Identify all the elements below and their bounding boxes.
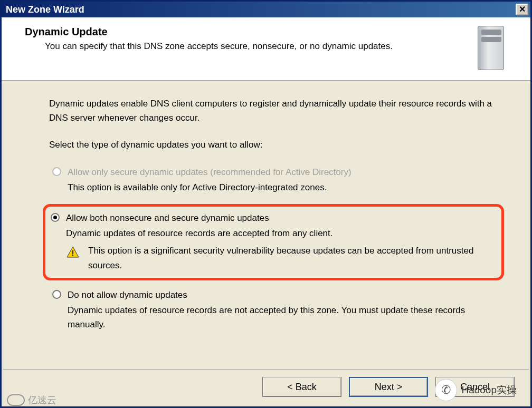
back-button[interactable]: < Back xyxy=(262,377,341,397)
wizard-header: Dynamic Update You can specify that this… xyxy=(2,17,530,81)
divider xyxy=(3,369,529,370)
header-subtitle: You can specify that this DNS zone accep… xyxy=(45,40,462,53)
titlebar: New Zone Wizard ✕ xyxy=(2,2,530,17)
warning-icon: ! xyxy=(66,246,80,258)
warning-text: This option is a significant security vu… xyxy=(88,244,496,272)
back-button-label: < Back xyxy=(287,382,317,393)
option-none[interactable]: Do not allow dynamic updates Dynamic upd… xyxy=(52,288,499,332)
options-group: Allow only secure dynamic updates (recom… xyxy=(49,165,499,332)
radio-none[interactable] xyxy=(52,290,61,299)
svg-text:!: ! xyxy=(72,249,74,257)
option-label: Allow only secure dynamic updates (recom… xyxy=(68,165,352,179)
option-both[interactable]: Allow both nonsecure and secure dynamic … xyxy=(51,211,496,273)
option-label: Do not allow dynamic updates xyxy=(68,288,187,302)
highlight-box: Allow both nonsecure and secure dynamic … xyxy=(43,204,504,280)
option-label: Allow both nonsecure and secure dynamic … xyxy=(66,211,269,225)
server-icon xyxy=(472,26,509,73)
cancel-button-label: Cancel xyxy=(460,382,490,393)
close-button[interactable]: ✕ xyxy=(516,4,528,15)
header-title: Dynamic Update xyxy=(25,26,462,38)
option-description: Dynamic updates of resource records are … xyxy=(66,226,496,240)
button-row: < Back Next > Cancel xyxy=(262,377,515,397)
next-button-label: Next > xyxy=(375,382,403,393)
wizard-body: Dynamic updates enable DNS client comput… xyxy=(2,81,530,346)
watermark-left-text: 亿速云 xyxy=(28,394,56,406)
close-icon: ✕ xyxy=(519,5,526,14)
warning-line: ! This option is a significant security … xyxy=(66,244,496,272)
option-description: Dynamic updates of resource records are … xyxy=(68,303,499,332)
cloud-icon xyxy=(7,394,25,406)
option-description: This option is available only for Active… xyxy=(68,180,499,195)
radio-both[interactable] xyxy=(51,213,60,222)
radio-secure-only xyxy=(52,167,61,176)
window-title: New Zone Wizard xyxy=(6,4,84,15)
header-text: Dynamic Update You can specify that this… xyxy=(25,26,472,53)
prompt-text: Select the type of dynamic updates you w… xyxy=(49,138,499,152)
option-secure-only: Allow only secure dynamic updates (recom… xyxy=(52,165,499,195)
wizard-window: New Zone Wizard ✕ Dynamic Update You can… xyxy=(0,0,532,408)
watermark-left: 亿速云 xyxy=(2,392,62,408)
next-button[interactable]: Next > xyxy=(349,377,428,397)
cancel-button[interactable]: Cancel xyxy=(435,377,515,397)
intro-text: Dynamic updates enable DNS client comput… xyxy=(49,96,499,125)
